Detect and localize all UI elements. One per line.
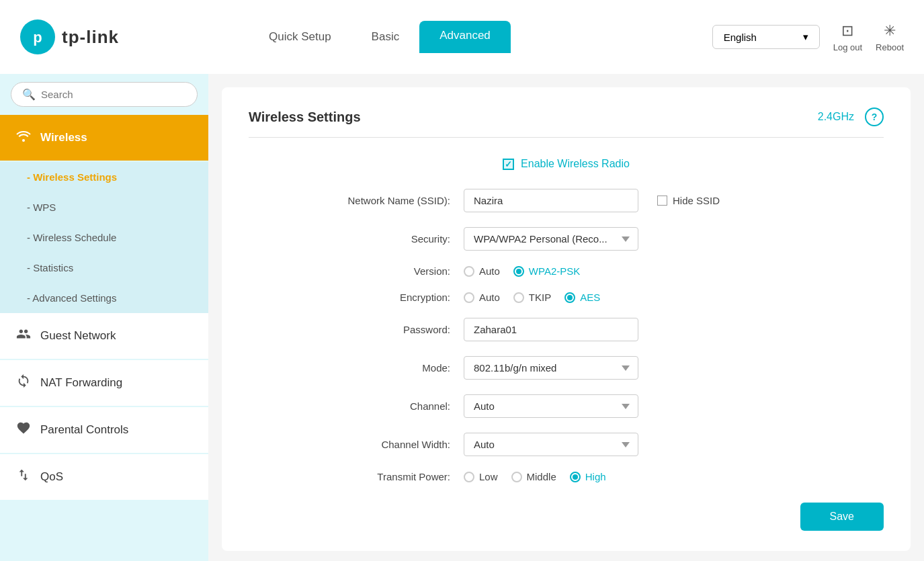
security-select[interactable]: WPA/WPA2 Personal (Reco... [464, 227, 638, 251]
sidebar-item-parental-controls[interactable]: Parental Controls [0, 407, 208, 453]
sidebar-sub-advanced-settings[interactable]: - Advanced Settings [0, 283, 208, 313]
hide-ssid-text: Hide SSID [673, 195, 720, 206]
hide-ssid-label[interactable]: Hide SSID [657, 195, 720, 206]
enable-wireless-checkbox[interactable] [503, 159, 514, 170]
content-header-right: 2.4GHz ? [818, 107, 884, 126]
transmit-high-label[interactable]: High [570, 471, 606, 482]
encryption-aes-radio[interactable] [564, 292, 575, 303]
transmit-middle-radio[interactable] [511, 472, 522, 482]
version-wpa2psk-text: WPA2-PSK [529, 265, 580, 277]
sidebar: 🔍 Wireless - Wireless Settings - WPS - W… [0, 74, 208, 561]
version-row: Version: Auto WPA2-PSK [249, 265, 884, 277]
encryption-auto-text: Auto [479, 292, 500, 303]
version-auto-radio[interactable] [464, 266, 474, 277]
nav-basic[interactable]: Basic [351, 22, 420, 52]
content-inner: Wireless Settings 2.4GHz ? Enable Wirele… [222, 87, 911, 551]
version-wpa2psk-radio[interactable] [513, 266, 524, 277]
sidebar-sub-wireless-schedule[interactable]: - Wireless Schedule [0, 222, 208, 253]
frequency-badge: 2.4GHz [818, 111, 854, 123]
sidebar-sub-wireless-settings[interactable]: - Wireless Settings [0, 162, 208, 192]
encryption-auto-label[interactable]: Auto [464, 292, 500, 303]
sidebar-item-wireless[interactable]: Wireless [0, 115, 208, 161]
encryption-aes-label[interactable]: AES [564, 292, 600, 303]
chevron-down-icon: ▾ [803, 31, 808, 43]
mode-select[interactable]: 802.11b/g/n mixed [464, 356, 638, 380]
version-label: Version: [249, 265, 464, 277]
transmit-low-radio[interactable] [464, 472, 474, 482]
sidebar-qos-label: QoS [40, 470, 63, 484]
nav-quick-setup[interactable]: Quick Setup [249, 22, 351, 52]
sidebar-sub-wps[interactable]: - WPS [0, 192, 208, 222]
wireless-icon [16, 128, 31, 147]
logo-text: tp-link [62, 27, 119, 48]
encryption-tkip-label[interactable]: TKIP [513, 292, 551, 303]
encryption-row: Encryption: Auto TKIP AES [249, 292, 884, 303]
transmit-power-control: Low Middle High [464, 471, 884, 482]
network-name-control: Hide SSID [464, 189, 884, 212]
security-control: WPA/WPA2 Personal (Reco... [464, 227, 884, 251]
logout-label: Log out [833, 42, 862, 52]
network-name-label: Network Name (SSID): [249, 195, 464, 206]
main-layout: 🔍 Wireless - Wireless Settings - WPS - W… [0, 74, 924, 561]
encryption-label: Encryption: [249, 292, 464, 303]
mode-row: Mode: 802.11b/g/n mixed [249, 356, 884, 380]
qos-icon [16, 468, 31, 486]
search-input[interactable] [41, 89, 186, 100]
encryption-control: Auto TKIP AES [464, 292, 884, 303]
nav-area: Quick Setup Basic Advanced [228, 21, 712, 53]
transmit-power-row: Transmit Power: Low Middle H [249, 471, 884, 482]
version-wpa2psk-label[interactable]: WPA2-PSK [513, 265, 580, 277]
help-icon[interactable]: ? [865, 107, 884, 126]
svg-text:p: p [33, 29, 42, 46]
save-button[interactable]: Save [800, 503, 884, 531]
encryption-tkip-radio[interactable] [513, 292, 524, 303]
transmit-power-label: Transmit Power: [249, 471, 464, 482]
channel-width-row: Channel Width: Auto [249, 433, 884, 456]
channel-width-label: Channel Width: [249, 439, 464, 450]
page-title: Wireless Settings [249, 110, 361, 125]
transmit-middle-text: Middle [527, 471, 556, 482]
password-input[interactable] [464, 318, 638, 341]
hide-ssid-checkbox[interactable] [657, 196, 667, 206]
nav-advanced[interactable]: Advanced [419, 21, 511, 53]
save-row: Save [249, 503, 884, 531]
header-right: English ▾ ⊡ Log out ✳ Reboot [712, 22, 904, 52]
security-label: Security: [249, 233, 464, 245]
transmit-low-label[interactable]: Low [464, 471, 498, 482]
security-row: Security: WPA/WPA2 Personal (Reco... [249, 227, 884, 251]
network-name-row: Network Name (SSID): Hide SSID [249, 189, 884, 212]
network-name-input[interactable] [464, 189, 638, 212]
encryption-auto-radio[interactable] [464, 292, 474, 303]
transmit-power-radio-group: Low Middle High [464, 471, 606, 482]
channel-select[interactable]: Auto [464, 394, 638, 418]
sidebar-item-guest-network[interactable]: Guest Network [0, 313, 208, 359]
transmit-low-text: Low [479, 471, 498, 482]
sidebar-item-nat-forwarding[interactable]: NAT Forwarding [0, 360, 208, 406]
encryption-aes-text: AES [580, 292, 600, 303]
channel-row: Channel: Auto [249, 394, 884, 418]
channel-control: Auto [464, 394, 884, 418]
parental-controls-icon [16, 421, 31, 439]
transmit-high-text: High [585, 471, 606, 482]
version-radio-group: Auto WPA2-PSK [464, 265, 580, 277]
password-control [464, 318, 884, 341]
version-control: Auto WPA2-PSK [464, 265, 884, 277]
encryption-radio-group: Auto TKIP AES [464, 292, 600, 303]
logout-button[interactable]: ⊡ Log out [833, 22, 862, 52]
content-area: Wireless Settings 2.4GHz ? Enable Wirele… [208, 74, 924, 561]
mode-control: 802.11b/g/n mixed [464, 356, 884, 380]
transmit-high-radio[interactable] [570, 472, 581, 482]
version-auto-label[interactable]: Auto [464, 265, 500, 277]
language-selector[interactable]: English ▾ [712, 25, 820, 49]
transmit-middle-label[interactable]: Middle [511, 471, 556, 482]
reboot-button[interactable]: ✳ Reboot [876, 22, 904, 52]
search-box[interactable]: 🔍 [11, 82, 198, 107]
enable-wireless-label[interactable]: Enable Wireless Radio [503, 158, 630, 170]
sidebar-item-qos[interactable]: QoS [0, 454, 208, 500]
channel-width-select[interactable]: Auto [464, 433, 638, 456]
header: p tp-link Quick Setup Basic Advanced Eng… [0, 0, 924, 74]
content-header: Wireless Settings 2.4GHz ? [249, 107, 884, 138]
sidebar-sub-statistics[interactable]: - Statistics [0, 253, 208, 283]
enable-wireless-row: Enable Wireless Radio [249, 158, 884, 170]
language-value: English [724, 32, 757, 43]
